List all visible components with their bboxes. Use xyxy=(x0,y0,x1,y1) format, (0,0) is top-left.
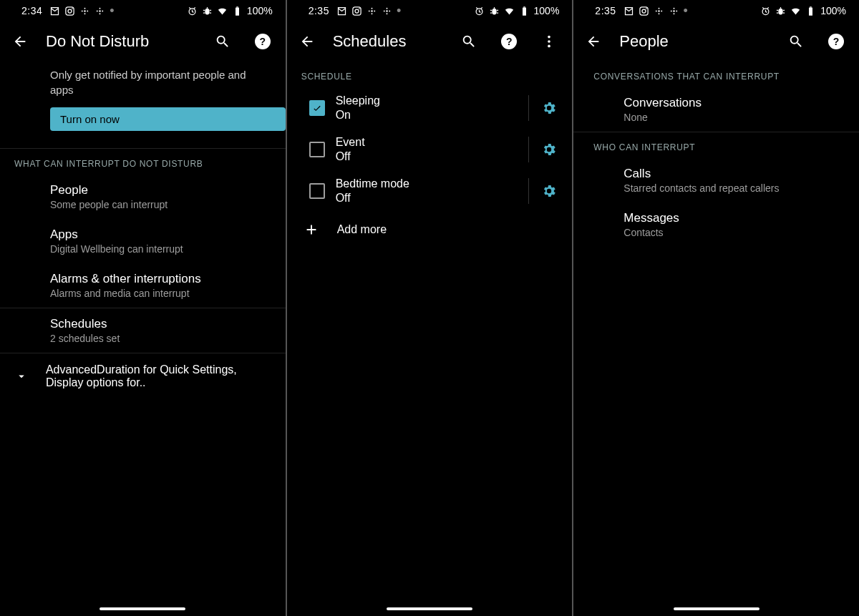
svg-point-45 xyxy=(670,10,671,11)
svg-point-41 xyxy=(658,10,660,12)
svg-point-9 xyxy=(100,10,102,12)
chevron-down-icon xyxy=(14,370,29,383)
bug-icon xyxy=(775,6,786,16)
fitbit-icon-2 xyxy=(669,6,679,16)
back-button[interactable] xyxy=(293,27,321,56)
row-messages[interactable]: MessagesContacts xyxy=(573,202,859,247)
gear-button-bedtime[interactable] xyxy=(533,183,565,199)
schedule-row-sleeping[interactable]: SleepingOn xyxy=(287,87,573,129)
svg-point-39 xyxy=(646,8,647,9)
svg-rect-32 xyxy=(523,7,526,15)
status-bar: 2:35 • 100% xyxy=(573,0,859,21)
alarm-icon xyxy=(760,6,771,16)
svg-point-46 xyxy=(673,10,675,12)
svg-point-19 xyxy=(359,8,360,9)
status-bar: 2:35 • 100% xyxy=(287,0,573,21)
battery-icon xyxy=(519,6,530,16)
app-bar: People ? xyxy=(573,21,859,62)
bug-icon xyxy=(489,6,500,16)
help-icon: ? xyxy=(501,34,517,49)
svg-point-6 xyxy=(84,7,86,9)
fitbit-icon xyxy=(79,6,90,16)
page-title: Do Not Disturb xyxy=(46,32,197,51)
section-header-conversations: CONVERSATIONS THAT CAN INTERRUPT xyxy=(573,62,859,87)
nav-pill[interactable] xyxy=(674,607,759,610)
svg-rect-52 xyxy=(809,7,812,15)
wifi-icon xyxy=(504,6,515,16)
wifi-icon xyxy=(217,6,228,16)
search-button[interactable] xyxy=(208,27,237,56)
page-title: Schedules xyxy=(333,32,444,51)
gear-button-sleeping[interactable] xyxy=(533,100,565,116)
checkbox-sleeping[interactable] xyxy=(301,100,333,116)
add-more-row[interactable]: Add more xyxy=(287,212,573,248)
gmail-icon xyxy=(49,6,60,16)
back-button[interactable] xyxy=(579,27,608,56)
back-button[interactable] xyxy=(6,27,34,56)
svg-point-36 xyxy=(548,45,551,48)
help-icon: ? xyxy=(828,34,844,49)
row-people[interactable]: PeopleSome people can interrupt xyxy=(0,175,286,219)
fitbit-icon-2 xyxy=(382,6,392,16)
svg-point-20 xyxy=(369,10,370,11)
svg-point-21 xyxy=(371,10,373,12)
nav-pill[interactable] xyxy=(100,607,185,610)
row-conversations[interactable]: ConversationsNone xyxy=(573,87,859,132)
svg-point-2 xyxy=(72,8,73,9)
status-time: 2:35 xyxy=(595,5,616,16)
battery-percentage: 100% xyxy=(247,5,273,16)
battery-percentage: 100% xyxy=(534,5,560,16)
checkbox-bedtime[interactable] xyxy=(301,183,333,199)
svg-rect-33 xyxy=(523,6,525,7)
row-schedules[interactable]: Schedules2 schedules set xyxy=(0,308,286,353)
alarm-icon xyxy=(474,6,485,16)
checkbox-event[interactable] xyxy=(301,142,333,157)
search-button[interactable] xyxy=(782,27,810,56)
gear-button-event[interactable] xyxy=(533,142,565,157)
row-alarms[interactable]: Alarms & other interruptionsAlarms and m… xyxy=(0,263,286,308)
svg-point-4 xyxy=(84,10,87,12)
gmail-icon xyxy=(336,6,347,16)
nav-pill[interactable] xyxy=(387,607,472,610)
svg-point-3 xyxy=(82,10,83,11)
svg-rect-16 xyxy=(236,6,238,7)
svg-point-29 xyxy=(386,13,387,14)
svg-point-38 xyxy=(642,9,646,13)
svg-point-25 xyxy=(384,10,385,11)
section-header-who: WHO CAN INTERRUPT xyxy=(573,132,859,158)
schedule-row-event[interactable]: EventOff xyxy=(287,129,573,170)
svg-point-10 xyxy=(102,10,104,11)
help-icon: ? xyxy=(255,34,271,49)
page-title: People xyxy=(619,32,770,51)
search-button[interactable] xyxy=(455,27,483,56)
svg-point-47 xyxy=(676,10,677,11)
help-button[interactable]: ? xyxy=(822,27,850,56)
svg-point-35 xyxy=(548,40,551,43)
help-button[interactable]: ? xyxy=(248,27,277,56)
svg-point-24 xyxy=(371,13,372,14)
status-bar: 2:34 • 100% xyxy=(0,0,286,21)
fitbit-icon xyxy=(654,6,664,16)
overflow-button[interactable] xyxy=(535,27,563,56)
instagram-icon xyxy=(64,6,75,16)
svg-point-40 xyxy=(655,10,656,11)
svg-point-26 xyxy=(386,10,388,12)
svg-point-34 xyxy=(548,36,551,39)
svg-point-42 xyxy=(661,10,662,11)
svg-rect-53 xyxy=(810,6,812,7)
svg-point-12 xyxy=(100,13,101,14)
svg-point-31 xyxy=(492,8,496,14)
status-time: 2:34 xyxy=(21,5,42,16)
svg-point-22 xyxy=(374,10,375,11)
help-button[interactable]: ? xyxy=(495,27,523,56)
instagram-icon xyxy=(351,6,362,16)
app-bar: Do Not Disturb ? xyxy=(0,21,286,62)
row-advanced[interactable]: AdvancedDuration for Quick Settings, Dis… xyxy=(0,353,286,399)
plus-icon xyxy=(301,222,321,238)
row-apps[interactable]: AppsDigital Wellbeing can interrupt xyxy=(0,219,286,263)
fitbit-icon xyxy=(367,6,377,16)
app-bar: Schedules ? xyxy=(287,21,573,62)
turn-on-button[interactable]: Turn on now xyxy=(50,107,286,131)
schedule-row-bedtime[interactable]: Bedtime modeOff xyxy=(287,170,573,212)
row-calls[interactable]: CallsStarred contacts and repeat callers xyxy=(573,158,859,202)
